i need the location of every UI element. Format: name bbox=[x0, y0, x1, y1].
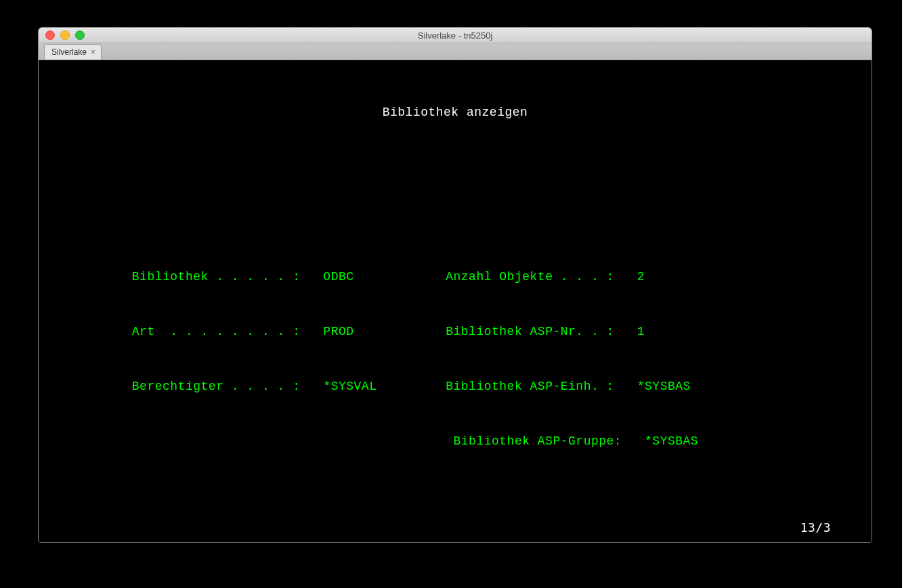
zoom-window-button[interactable] bbox=[75, 30, 85, 40]
value-art: PROD bbox=[323, 325, 353, 338]
value-asp-nr: 1 bbox=[637, 325, 645, 338]
titlebar: Silverlake - tn5250j bbox=[39, 28, 872, 43]
label-berechtigter: Berechtigter . . . . : bbox=[91, 380, 301, 393]
value-bibliothek: ODBC bbox=[323, 270, 353, 284]
window-controls bbox=[39, 30, 85, 40]
minimize-window-button[interactable] bbox=[60, 30, 70, 40]
window-title: Silverlake - tn5250j bbox=[39, 30, 872, 41]
value-berechtigter: *SYSVAL bbox=[323, 380, 377, 393]
label-asp-gruppe: Bibliothek ASP-Gruppe: bbox=[454, 434, 622, 448]
tab-label: Silverlake bbox=[51, 47, 87, 57]
label-asp-einh: Bibliothek ASP-Einh. : bbox=[446, 380, 614, 393]
app-window: Silverlake - tn5250j Silverlake × Biblio… bbox=[38, 27, 872, 543]
label-art: Art . . . . . . . . : bbox=[91, 325, 301, 338]
tab-bar: Silverlake × bbox=[39, 43, 872, 60]
screen-title: Bibliothek anzeigen bbox=[45, 104, 865, 122]
close-window-button[interactable] bbox=[45, 30, 55, 40]
tab-close-icon[interactable]: × bbox=[91, 47, 95, 57]
value-asp-einh: *SYSBAS bbox=[637, 380, 691, 393]
cursor-position: 13/3 bbox=[800, 518, 831, 537]
label-asp-nr: Bibliothek ASP-Nr. . : bbox=[446, 325, 614, 338]
value-asp-gruppe: *SYSBAS bbox=[645, 434, 698, 448]
value-anzahl-objekte: 2 bbox=[637, 270, 645, 284]
label-anzahl-objekte: Anzahl Objekte . . . : bbox=[446, 270, 614, 284]
label-bibliothek: Bibliothek . . . . . : bbox=[91, 270, 301, 284]
tab-silverlake[interactable]: Silverlake × bbox=[44, 44, 102, 60]
terminal-screen[interactable]: Bibliothek anzeigen Bibliothek . . . . .… bbox=[39, 60, 872, 542]
